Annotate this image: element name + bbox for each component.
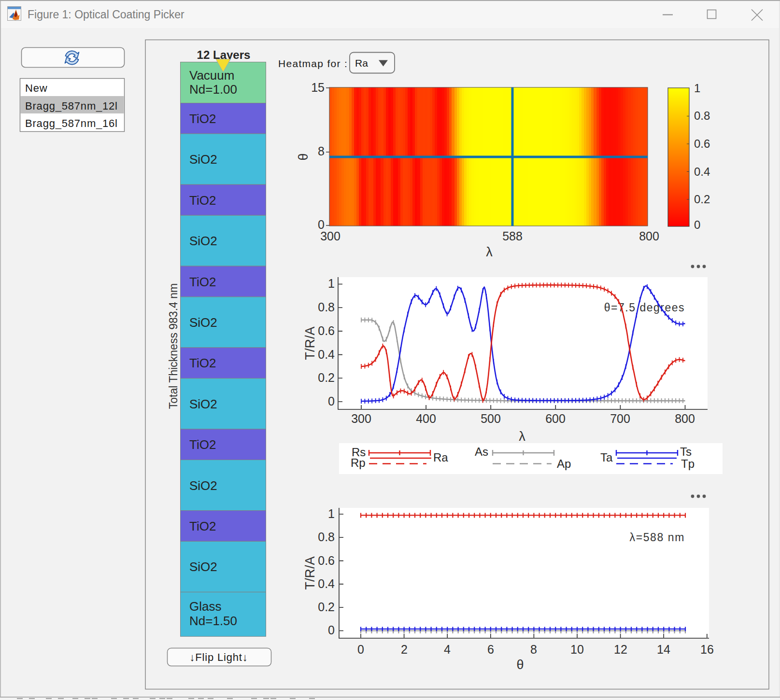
svg-text:0.4: 0.4 (694, 165, 710, 178)
svg-text:500: 500 (481, 412, 501, 425)
svg-text:SiO2: SiO2 (189, 234, 217, 248)
svg-text:700: 700 (610, 412, 630, 425)
svg-text:TiO2: TiO2 (189, 437, 216, 452)
svg-text:TiO2: TiO2 (189, 193, 216, 208)
svg-text:1: 1 (694, 82, 700, 95)
svg-text:16: 16 (700, 643, 714, 656)
svg-text:T/R/A: T/R/A (303, 326, 317, 360)
svg-text:Ts: Ts (680, 445, 692, 458)
svg-text:Rp: Rp (351, 456, 366, 469)
svg-text:Heatmap for :: Heatmap for : (278, 58, 348, 69)
svg-text:Ta: Ta (600, 451, 613, 464)
svg-text:0.8: 0.8 (694, 109, 710, 122)
svg-text:300: 300 (320, 229, 340, 243)
svg-text:Tp: Tp (681, 457, 695, 470)
svg-text:SiO2: SiO2 (189, 397, 217, 411)
svg-text:SiO2: SiO2 (189, 152, 217, 167)
svg-text:TiO2: TiO2 (189, 519, 216, 533)
svg-text:800: 800 (639, 229, 659, 243)
svg-text:2: 2 (401, 643, 408, 656)
svg-text:λ: λ (519, 429, 525, 444)
svg-text:0: 0 (694, 218, 700, 231)
svg-text:↓Flip Light↓: ↓Flip Light↓ (190, 651, 248, 663)
svg-text:0.8: 0.8 (318, 530, 335, 544)
svg-text:15: 15 (311, 81, 325, 94)
svg-text:Ra: Ra (433, 451, 448, 464)
svg-text:600: 600 (545, 412, 566, 425)
svg-text:Nd=1.50: Nd=1.50 (189, 614, 237, 628)
svg-text:0.6: 0.6 (694, 137, 710, 150)
svg-text:0.2: 0.2 (318, 600, 335, 614)
svg-text:0: 0 (328, 623, 335, 637)
svg-text:1: 1 (328, 507, 335, 520)
svg-text:TiO2: TiO2 (189, 112, 216, 126)
svg-text:0: 0 (357, 643, 364, 656)
svg-text:0.2: 0.2 (318, 371, 335, 384)
svg-text:TiO2: TiO2 (189, 275, 216, 289)
svg-text:14: 14 (657, 643, 670, 656)
svg-text:300: 300 (351, 412, 371, 425)
svg-text:Ap: Ap (557, 457, 571, 470)
svg-text:λ: λ (486, 245, 493, 259)
svg-text:Glass: Glass (189, 599, 221, 614)
svg-text:10: 10 (570, 643, 584, 656)
svg-text:Bragg_587nm_16l: Bragg_587nm_16l (25, 117, 118, 129)
svg-text:588: 588 (502, 229, 523, 243)
svg-text:0: 0 (328, 394, 335, 408)
svg-text:New: New (25, 82, 47, 94)
svg-text:6: 6 (487, 643, 494, 656)
svg-text:0.2: 0.2 (694, 193, 710, 206)
svg-text:1: 1 (328, 277, 335, 290)
svg-text:0.4: 0.4 (318, 577, 335, 590)
svg-text:800: 800 (675, 412, 695, 425)
svg-text:θ: θ (516, 658, 524, 672)
svg-text:12: 12 (614, 643, 627, 656)
svg-text:0.6: 0.6 (318, 554, 335, 567)
svg-text:TiO2: TiO2 (189, 356, 216, 370)
svg-text:8: 8 (530, 643, 537, 656)
svg-text:0.6: 0.6 (318, 324, 335, 337)
svg-text:Bragg_587nm_12l: Bragg_587nm_12l (25, 100, 118, 112)
svg-text:8: 8 (318, 144, 325, 158)
svg-text:As: As (475, 445, 488, 458)
svg-text:4: 4 (444, 643, 451, 656)
svg-text:θ=7.5 degrees: θ=7.5 degrees (604, 301, 685, 314)
svg-text:Ra: Ra (355, 57, 368, 69)
svg-text:0.4: 0.4 (318, 348, 335, 361)
svg-text:SiO2: SiO2 (189, 478, 217, 493)
svg-text:Figure 1: Optical Coating Pick: Figure 1: Optical Coating Picker (28, 8, 184, 21)
svg-text:θ: θ (296, 153, 311, 160)
svg-text:Total Thickness 983.4 nm: Total Thickness 983.4 nm (167, 283, 180, 409)
svg-text:400: 400 (416, 412, 436, 425)
svg-text:Nd=1.00: Nd=1.00 (189, 82, 237, 97)
svg-text:0.8: 0.8 (318, 300, 335, 314)
svg-text:SiO2: SiO2 (189, 315, 217, 330)
svg-text:SiO2: SiO2 (189, 560, 217, 574)
svg-text:λ=588 nm: λ=588 nm (630, 531, 685, 544)
svg-text:Vacuum: Vacuum (189, 68, 234, 83)
svg-text:T/R/A: T/R/A (303, 556, 317, 589)
